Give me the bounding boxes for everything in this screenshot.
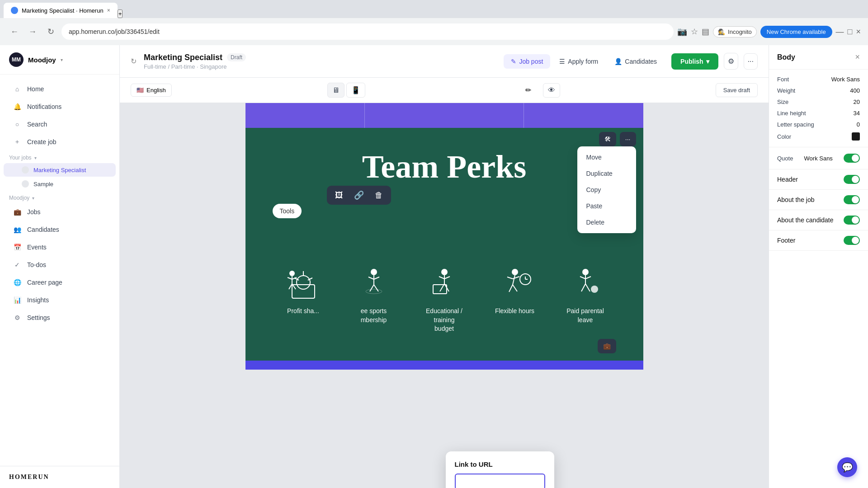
quote-toggle[interactable]	[844, 154, 860, 163]
about-job-toggle-knob	[852, 196, 859, 203]
section-icon-btn[interactable]: 🛠	[599, 132, 616, 146]
sidebar-item-settings[interactable]: ⚙ Settings	[4, 309, 116, 326]
language-btn[interactable]: 🇺🇸 English	[131, 84, 172, 97]
sidebar-item-notifications[interactable]: 🔔 Notifications	[4, 98, 116, 115]
tool-icon: 🛠	[604, 136, 611, 143]
tab-job-post[interactable]: ✎ Job post	[504, 54, 550, 69]
chrome-badge[interactable]: New Chrome available	[760, 26, 832, 38]
nav-back-btn[interactable]: ←	[7, 24, 22, 39]
quote-font-value: Work Sans	[804, 155, 833, 162]
panel-size-row: Size 20	[777, 99, 860, 105]
browser-actions: 📷 ☆ ▤ 🕵 Incognito New Chrome available —…	[677, 26, 861, 38]
svg-line-37	[585, 277, 591, 279]
context-delete[interactable]: Delete	[577, 214, 636, 230]
quote-label: Quote	[777, 155, 793, 162]
sidebar-item-todos[interactable]: ✓ To-dos	[4, 256, 116, 273]
line-height-label: Line height	[777, 110, 806, 117]
panel-font-section: Font Work Sans Weight 400 Size 20 Line h…	[769, 70, 868, 147]
draft-badge: Draft	[227, 53, 246, 61]
header-toggle-label: Header	[777, 176, 798, 183]
tools-badge: Tools	[273, 204, 302, 218]
browser-nav: ← → ↻ app.homerun.co/job/336451/edit 📷 ☆…	[0, 18, 868, 45]
canvas-area[interactable]: 🛠 ··· Move Duplicate Copy Paste Delete T…	[120, 103, 769, 488]
active-tab[interactable]: Marketing Specialist · Homerun ×	[4, 3, 118, 18]
perk-item-profit-share: Profit sha...	[273, 265, 334, 333]
sidebar-item-marketing-specialist[interactable]: Marketing Specialist	[4, 163, 116, 177]
sidebar-item-home[interactable]: ⌂ Home	[4, 80, 116, 98]
settings-gear-btn[interactable]: ⚙	[724, 53, 738, 70]
sidebar-item-events[interactable]: 📅 Events	[4, 239, 116, 256]
layout-icon[interactable]: ▤	[702, 27, 709, 37]
panel-title: Body	[777, 53, 795, 61]
sidebar-item-create-job[interactable]: ＋ Create job	[4, 133, 116, 150]
new-tab-btn[interactable]: +	[118, 9, 123, 18]
incognito-label: Incognito	[728, 28, 752, 35]
sidebar-item-career-page[interactable]: 🌐 Career page	[4, 274, 116, 291]
tab-close-btn[interactable]: ×	[107, 7, 110, 14]
job-dot-icon	[22, 166, 29, 174]
sidebar-brand: Moodjoy	[28, 56, 56, 64]
perk-label-flexible: Flexible hours	[495, 307, 534, 316]
footer-toggle[interactable]	[844, 236, 860, 245]
link-url-input[interactable]	[455, 474, 545, 488]
minimize-btn[interactable]: —	[836, 27, 844, 37]
context-duplicate[interactable]: Duplicate	[577, 165, 636, 182]
header-toggle[interactable]	[844, 175, 860, 184]
maximize-btn[interactable]: □	[848, 27, 853, 37]
publish-button[interactable]: Publish ▾	[671, 53, 718, 70]
sidebar-item-sample[interactable]: Sample	[4, 177, 116, 191]
language-label: English	[146, 87, 166, 94]
save-draft-btn[interactable]: Save draft	[716, 83, 758, 97]
job-title-row: Marketing Specialist Draft	[144, 53, 496, 62]
context-menu: Move Duplicate Copy Paste Delete	[577, 146, 636, 233]
your-jobs-section: Your jobs ▾	[0, 151, 119, 163]
address-bar[interactable]: app.homerun.co/job/336451/edit	[61, 23, 674, 40]
line-height-value: 34	[854, 110, 860, 117]
section-more-btn[interactable]: ···	[620, 132, 636, 146]
perk-item-flexible: Flexible hours	[484, 265, 546, 333]
delete-tool-icon[interactable]: 🗑	[372, 190, 386, 201]
sidebar-label-candidates: Candidates	[27, 226, 59, 233]
about-candidate-toggle[interactable]	[844, 216, 860, 225]
about-job-toggle[interactable]	[844, 195, 860, 204]
bookmark-icon[interactable]: ☆	[691, 27, 698, 37]
job-title-area: Marketing Specialist Draft Full-time / P…	[144, 53, 496, 70]
sidebar-label-create-job: Create job	[27, 138, 57, 145]
image-toolbar: 🖼 🔗 🗑	[327, 186, 391, 205]
sidebar-item-search[interactable]: ○ Search	[4, 116, 116, 133]
publish-label: Publish	[680, 58, 703, 65]
incognito-btn[interactable]: 🕵 Incognito	[713, 26, 757, 38]
context-move[interactable]: Move	[577, 149, 636, 165]
tab-candidates[interactable]: 👤 Candidates	[607, 54, 664, 69]
candidates-tab-icon: 👤	[614, 58, 622, 65]
close-btn[interactable]: ×	[856, 27, 861, 37]
nav-refresh-btn[interactable]: ↻	[43, 24, 58, 39]
sidebar-label-notifications: Notifications	[27, 103, 61, 110]
svg-line-38	[581, 284, 585, 291]
svg-line-26	[513, 275, 515, 285]
context-copy[interactable]: Copy	[577, 182, 636, 198]
img-icon[interactable]: 🖼	[332, 190, 346, 201]
sync-icon[interactable]: ↻	[131, 57, 137, 66]
sidebar-item-candidates[interactable]: 👥 Candidates	[4, 221, 116, 238]
search-icon: ○	[13, 120, 22, 129]
link-tool-icon[interactable]: 🔗	[351, 189, 367, 201]
more-options-btn[interactable]: ···	[744, 53, 758, 70]
panel-close-btn[interactable]: ×	[855, 52, 860, 62]
svg-point-11	[371, 269, 377, 275]
homerun-logo-text: HOMERUN	[9, 474, 110, 481]
sidebar-item-insights[interactable]: 📊 Insights	[4, 291, 116, 309]
edit-pencil-btn[interactable]: ✏	[521, 83, 536, 97]
tab-apply-form[interactable]: ☰ Apply form	[552, 54, 605, 69]
perk-figure-parental	[563, 265, 608, 301]
context-paste[interactable]: Paste	[577, 198, 636, 214]
apply-form-icon: ☰	[559, 58, 565, 65]
mobile-view-btn[interactable]: 📱	[346, 83, 365, 98]
desktop-view-btn[interactable]: 🖥	[327, 83, 344, 98]
preview-btn[interactable]: 👁	[543, 83, 560, 98]
chat-bubble[interactable]: 💬	[837, 457, 857, 477]
color-swatch[interactable]	[852, 132, 860, 141]
nav-forward-btn[interactable]: →	[25, 24, 40, 39]
sidebar-item-jobs[interactable]: 💼 Jobs	[4, 203, 116, 221]
section-action-btn[interactable]: 💼	[598, 339, 616, 353]
